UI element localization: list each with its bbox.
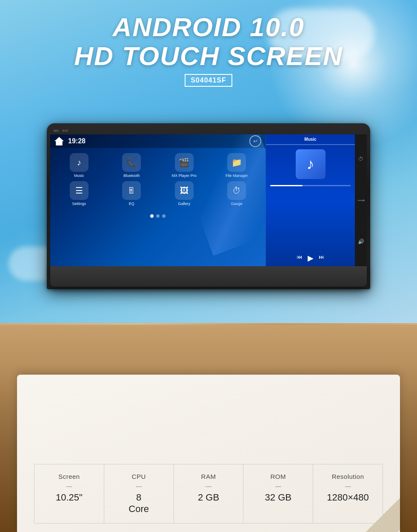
bluetooth-icon: 📞 — [122, 153, 141, 172]
app-mxplayer[interactable]: 🎬 MX Player Pro — [160, 153, 209, 178]
music-album-art: ♪ — [296, 149, 326, 179]
clock-sidebar-btn[interactable]: ⏱ — [356, 154, 366, 164]
spec-resolution: Resolution — 1280×480 — [313, 464, 383, 523]
music-icon: ♪ — [70, 153, 89, 172]
app-grid: ♪ Music 📞 Bluetooth 🎬 MX Player Pro 📁 Fi… — [50, 148, 266, 211]
page-title: ANDROID 10.0 HD TOUCH SCREEN — [0, 13, 417, 71]
dot-3[interactable] — [162, 214, 166, 218]
app-music[interactable]: ♪ Music — [54, 153, 104, 178]
app-bluetooth[interactable]: 📞 Bluetooth — [107, 153, 157, 178]
app-eq-label: EQ — [129, 202, 134, 206]
back-button[interactable]: ↩ — [249, 135, 261, 147]
spec-resolution-title: Resolution — [332, 473, 364, 480]
time-display: 19:28 — [68, 137, 249, 145]
app-eq[interactable]: 🎚 EQ — [107, 181, 157, 206]
play-button[interactable]: ▶ — [308, 253, 314, 263]
music-panel-title: Music — [266, 134, 355, 145]
spec-cpu: CPU — 8Core — [104, 464, 174, 523]
spec-rom: ROM — 32 GB — [243, 464, 313, 523]
page-dots — [50, 211, 266, 221]
dot-1[interactable] — [150, 214, 154, 218]
spec-ram-title: RAM — [201, 473, 216, 480]
screen-left-panel: 19:28 ↩ ♪ Music 📞 Bluetooth 🎬 MX — [50, 134, 266, 266]
spec-cpu-divider: — — [136, 483, 142, 489]
app-gallery-label: Gallery — [178, 202, 190, 206]
specs-section: Screen — 10.25" CPU — 8Core RAM — 2 GB R… — [34, 464, 383, 523]
music-controls: ⏮ ▶ ⏭ — [266, 250, 355, 266]
spec-resolution-value: 1280×480 — [327, 492, 369, 503]
app-filemanager-label: File Manager — [226, 174, 248, 178]
spec-ram-divider: — — [206, 483, 211, 489]
title-line1: ANDROID 10.0 — [0, 13, 417, 42]
wifi-sidebar-btn[interactable]: ⟿ — [356, 196, 366, 205]
spec-ram-value: 2 GB — [198, 492, 219, 503]
app-gauge-label: Gauge — [231, 202, 243, 206]
spec-screen: Screen — 10.25" — [34, 464, 104, 523]
eq-icon: 🎚 — [122, 181, 141, 200]
spec-screen-title: Screen — [58, 473, 80, 480]
spec-ram: RAM — 2 GB — [174, 464, 244, 523]
music-progress-bar[interactable] — [270, 185, 351, 186]
dot-2[interactable] — [156, 214, 160, 218]
app-settings[interactable]: ☰ Settings — [54, 181, 104, 206]
screen-right-panel: Music ♪ ⏮ ▶ ⏭ — [266, 134, 355, 266]
app-mxplayer-label: MX Player Pro — [172, 174, 197, 178]
home-icon[interactable] — [54, 137, 64, 145]
spec-cpu-value: 8Core — [129, 492, 149, 515]
gauge-icon: ⏱ — [227, 181, 246, 200]
settings-icon: ☰ — [70, 181, 89, 200]
volume-sidebar-btn[interactable]: 🔊 — [356, 237, 366, 246]
music-note-icon: ♪ — [307, 155, 314, 173]
device-base — [50, 265, 367, 287]
spec-rom-value: 32 GB — [265, 492, 291, 503]
device-top-bar: MIC RST — [50, 127, 367, 134]
mic-label: MIC — [54, 129, 59, 132]
rst-label: RST — [63, 129, 69, 132]
app-bluetooth-label: Bluetooth — [123, 174, 140, 178]
spec-screen-value: 10.25" — [56, 492, 83, 503]
app-settings-label: Settings — [72, 202, 86, 206]
device: MIC RST 19:28 ↩ ♪ Music — [47, 123, 370, 289]
spec-rom-divider: — — [275, 483, 281, 489]
app-gauge[interactable]: ⏱ Gauge — [212, 181, 262, 206]
app-filemanager[interactable]: 📁 File Manager — [212, 153, 262, 178]
header-section: ANDROID 10.0 HD TOUCH SCREEN S04041SF — [0, 13, 417, 87]
spec-screen-divider: — — [66, 483, 72, 489]
mxplayer-icon: 🎬 — [175, 153, 194, 172]
screen-topbar: 19:28 ↩ — [50, 134, 266, 148]
screen-sidebar: ⏱ ⟿ 🔊 — [355, 134, 367, 266]
title-line2: HD TOUCH SCREEN — [0, 42, 417, 71]
next-button[interactable]: ⏭ — [319, 253, 325, 263]
spec-rom-title: ROM — [271, 473, 286, 480]
prev-button[interactable]: ⏮ — [297, 253, 303, 263]
device-shell: MIC RST 19:28 ↩ ♪ Music — [47, 123, 370, 289]
app-music-label: Music — [74, 174, 84, 178]
app-gallery[interactable]: 🖼 Gallery — [160, 181, 209, 206]
filemanager-icon: 📁 — [227, 153, 246, 172]
product-code: S04041SF — [185, 74, 232, 87]
device-screen[interactable]: 19:28 ↩ ♪ Music 📞 Bluetooth 🎬 MX — [50, 134, 367, 266]
spec-resolution-divider: — — [345, 483, 351, 489]
gallery-icon: 🖼 — [175, 181, 194, 200]
spec-cpu-title: CPU — [132, 473, 146, 480]
